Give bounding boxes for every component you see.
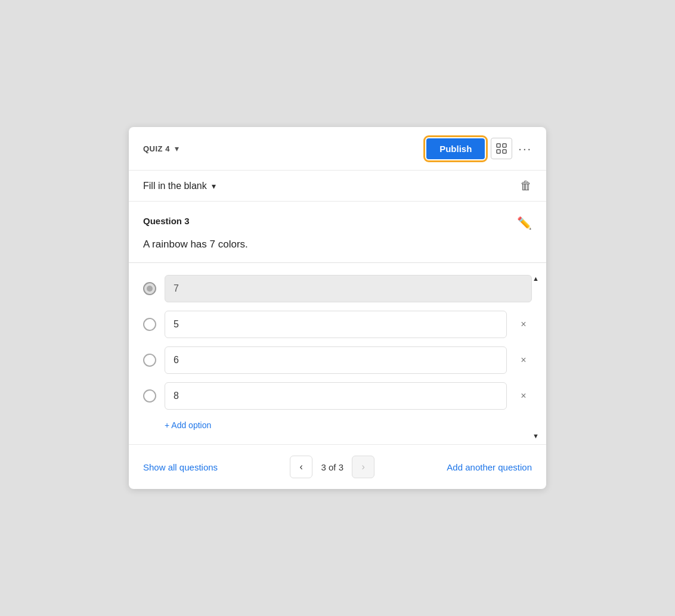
- option-row-2: ×: [143, 311, 532, 338]
- header: QUIZ 4 ▾ Publish ···: [129, 127, 546, 171]
- header-left: QUIZ 4 ▾: [143, 144, 179, 153]
- next-page-button: ›: [352, 456, 374, 478]
- edit-question-icon[interactable]: ✏️: [517, 216, 532, 230]
- radio-button-4[interactable]: [143, 389, 156, 403]
- options-scroll-area: × × × + Add option: [143, 275, 538, 439]
- remove-option-3-button[interactable]: ×: [515, 355, 532, 366]
- add-option-button[interactable]: + Add option: [143, 418, 211, 439]
- quiz-title-chevron[interactable]: ▾: [175, 144, 179, 153]
- radio-inner-1: [147, 286, 153, 292]
- fullscreen-icon: [496, 143, 507, 154]
- quiz-title: QUIZ 4: [143, 144, 170, 153]
- prev-page-button[interactable]: ‹: [290, 456, 312, 478]
- question-type-chevron[interactable]: ▾: [212, 181, 216, 191]
- scroll-up-arrow[interactable]: ▲: [532, 275, 539, 282]
- subheader: Fill in the blank ▾ 🗑: [129, 171, 546, 202]
- quiz-card: QUIZ 4 ▾ Publish ··· Fill in the blank ▾…: [129, 127, 546, 489]
- scroll-down-arrow[interactable]: ▼: [532, 432, 539, 439]
- divider: [129, 262, 546, 263]
- svg-rect-0: [497, 144, 500, 147]
- svg-rect-1: [503, 144, 506, 147]
- option-input-2[interactable]: [165, 311, 507, 338]
- remove-option-2-button[interactable]: ×: [515, 319, 532, 330]
- remove-option-4-button[interactable]: ×: [515, 391, 532, 401]
- pagination: ‹ 3 of 3 ›: [290, 456, 374, 478]
- add-another-question-button[interactable]: Add another question: [447, 462, 532, 472]
- page-indicator: 3 of 3: [317, 462, 347, 472]
- option-input-3[interactable]: [165, 346, 507, 374]
- fullscreen-button[interactable]: [491, 138, 512, 159]
- subheader-left: Fill in the blank ▾: [143, 181, 216, 191]
- question-type-label: Fill in the blank: [143, 181, 207, 191]
- question-header: Question 3 ✏️: [143, 216, 532, 230]
- option-row-3: ×: [143, 346, 532, 374]
- radio-button-1[interactable]: [143, 282, 156, 295]
- option-row-4: ×: [143, 382, 532, 410]
- content: Question 3 ✏️ A rainbow has 7 colors. ▲: [129, 202, 546, 439]
- show-all-questions-button[interactable]: Show all questions: [143, 462, 218, 472]
- radio-button-2[interactable]: [143, 318, 156, 331]
- option-input-4[interactable]: [165, 382, 507, 410]
- option-row-1: [143, 275, 532, 302]
- footer: Show all questions ‹ 3 of 3 › Add anothe…: [129, 444, 546, 489]
- svg-rect-2: [497, 150, 500, 153]
- options-scroll-wrapper: ▲ × ×: [143, 275, 538, 439]
- more-options-button[interactable]: ···: [518, 142, 532, 156]
- option-input-1[interactable]: [165, 275, 532, 302]
- question-label: Question 3: [143, 216, 190, 226]
- radio-button-3[interactable]: [143, 354, 156, 367]
- question-text: A rainbow has 7 colors.: [143, 239, 532, 250]
- delete-question-icon[interactable]: 🗑: [520, 179, 532, 193]
- svg-rect-3: [503, 150, 506, 153]
- publish-button[interactable]: Publish: [426, 138, 485, 159]
- header-right: Publish ···: [426, 138, 532, 159]
